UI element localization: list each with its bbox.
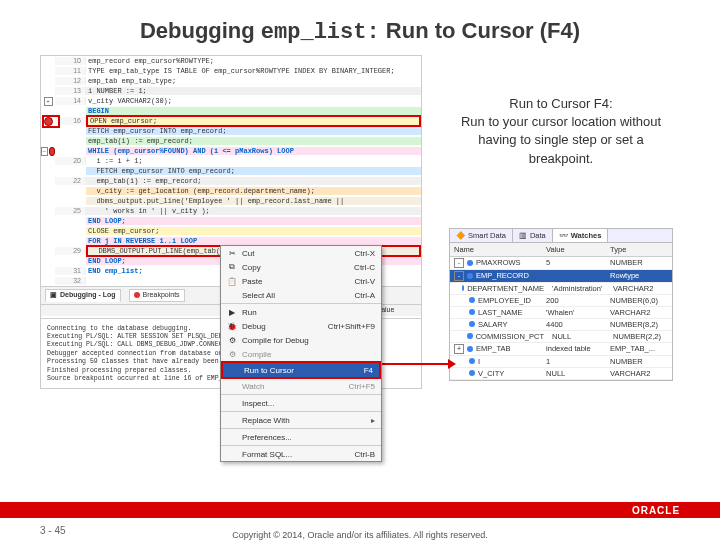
menu-item-copy[interactable]: ⧉CopyCtrl-C bbox=[221, 260, 381, 274]
code-line[interactable]: +14v_city VARCHAR2(30); bbox=[41, 96, 421, 106]
code-line[interactable]: 22 emp_tab(i) := emp_record; bbox=[41, 176, 421, 186]
slide-title: Debugging emp_list: Run to Cursor (F4) bbox=[10, 18, 710, 45]
menu-item-select-all[interactable]: Select AllCtrl-A bbox=[221, 288, 381, 302]
code-line[interactable]: 12emp_tab emp_tab_type; bbox=[41, 76, 421, 86]
variable-icon bbox=[469, 358, 475, 364]
variable-icon bbox=[467, 260, 473, 266]
variable-icon bbox=[469, 297, 475, 303]
variable-icon bbox=[467, 333, 472, 339]
code-line[interactable]: 25 ' works in ' || v_city ); bbox=[41, 206, 421, 216]
code-line[interactable]: 11TYPE emp_tab_type IS TABLE OF emp_curs… bbox=[41, 66, 421, 76]
tab-debug-log[interactable]: ▣ Debugging - Log bbox=[45, 289, 121, 302]
watch-row[interactable]: COMMISSION_PCTNULLNUMBER(2,2) bbox=[450, 331, 672, 343]
menu-item-run-to-cursor[interactable]: Run to CursorF4 bbox=[221, 361, 381, 379]
watch-row[interactable]: DEPARTMENT_NAME'Administration'VARCHAR2 bbox=[450, 283, 672, 295]
preferences--icon bbox=[227, 432, 237, 442]
watch-row[interactable]: LAST_NAME'Whalen'VARCHAR2 bbox=[450, 307, 672, 319]
compile-for-debug-icon: ⚙ bbox=[227, 335, 237, 345]
run-icon: ▶ bbox=[227, 307, 237, 317]
watch-icon bbox=[227, 381, 237, 391]
variable-icon bbox=[469, 309, 475, 315]
menu-item-watch[interactable]: WatchCtrl+F5 bbox=[221, 379, 381, 393]
tab-breakpoints[interactable]: Breakpoints bbox=[129, 289, 185, 302]
debug-icon: 🐞 bbox=[227, 321, 237, 331]
oracle-logo: ORACLE bbox=[616, 502, 696, 518]
code-line[interactable]: 10emp_record emp_cursor%ROWTYPE; bbox=[41, 56, 421, 66]
watch-row[interactable]: SALARY4400NUMBER(8,2) bbox=[450, 319, 672, 331]
code-line[interactable]: dbms_output.put_line('Employee ' || emp_… bbox=[41, 196, 421, 206]
menu-item-preferences[interactable]: Preferences... bbox=[221, 430, 381, 444]
code-line[interactable]: v_city := get_location (emp_record.depar… bbox=[41, 186, 421, 196]
copy-icon: ⧉ bbox=[227, 262, 237, 272]
code-line[interactable]: END LOOP; bbox=[41, 216, 421, 226]
menu-item-inspect[interactable]: Inspect... bbox=[221, 396, 381, 410]
variable-icon bbox=[467, 346, 473, 352]
menu-item-cut[interactable]: ✂CutCtrl-X bbox=[221, 246, 381, 260]
code-line[interactable]: CLOSE emp_cursor; bbox=[41, 226, 421, 236]
tab-data[interactable]: ▥Data bbox=[513, 229, 553, 242]
code-line[interactable]: emp_tab(i) := emp_record; bbox=[41, 136, 421, 146]
callout-arrow bbox=[382, 363, 450, 365]
replace-with-icon bbox=[227, 415, 237, 425]
menu-item-compile[interactable]: ⚙Compile bbox=[221, 347, 381, 361]
menu-item-replace-with[interactable]: Replace With▸ bbox=[221, 413, 381, 427]
compile-icon: ⚙ bbox=[227, 349, 237, 359]
select-all-icon bbox=[227, 290, 237, 300]
variable-icon bbox=[469, 321, 475, 327]
watch-row[interactable]: -PMAXROWS5NUMBER bbox=[450, 257, 672, 270]
code-line[interactable]: –WHILE (emp_cursor%FOUND) AND (i <= pMax… bbox=[41, 146, 421, 156]
expander-icon[interactable]: - bbox=[454, 258, 464, 268]
breakpoint-icon bbox=[134, 292, 140, 298]
menu-item-compile-for-debug[interactable]: ⚙Compile for Debug bbox=[221, 333, 381, 347]
tab-watches[interactable]: 👓Watches bbox=[553, 229, 609, 242]
menu-item-run[interactable]: ▶Run bbox=[221, 305, 381, 319]
watches-header: Name Value Type bbox=[450, 243, 672, 257]
variable-icon bbox=[462, 285, 464, 291]
variable-icon bbox=[467, 273, 473, 279]
code-line[interactable]: 13i NUMBER := 1; bbox=[41, 86, 421, 96]
log-icon: ▣ bbox=[50, 291, 57, 300]
cut-icon: ✂ bbox=[227, 248, 237, 258]
format-sql--icon bbox=[227, 449, 237, 459]
expander-icon[interactable]: - bbox=[454, 271, 464, 281]
footer-bar bbox=[0, 502, 720, 518]
code-line[interactable]: FETCH emp_cursor INTO emp_record; bbox=[41, 126, 421, 136]
code-line[interactable]: 20 i := i + 1; bbox=[41, 156, 421, 166]
watches-panel: 🔶Smart Data ▥Data 👓Watches Name Value Ty… bbox=[449, 228, 673, 381]
menu-item-debug[interactable]: 🐞DebugCtrl+Shift+F9 bbox=[221, 319, 381, 333]
watch-row[interactable]: I1NUMBER bbox=[450, 356, 672, 368]
expander-icon[interactable]: + bbox=[454, 344, 464, 354]
tab-smart-data[interactable]: 🔶Smart Data bbox=[450, 229, 513, 242]
inspect--icon bbox=[227, 398, 237, 408]
watch-row[interactable]: V_CITYNULLVARCHAR2 bbox=[450, 368, 672, 380]
code-line[interactable]: 16OPEN emp_cursor; bbox=[41, 116, 421, 126]
variable-icon bbox=[469, 370, 475, 376]
explanation-text: Run to Cursor F4: Run to your cursor loc… bbox=[451, 95, 671, 168]
run-to-cursor-icon bbox=[229, 365, 239, 375]
menu-item-format-sql[interactable]: Format SQL...Ctrl-B bbox=[221, 447, 381, 461]
paste-icon: 📋 bbox=[227, 276, 237, 286]
menu-item-paste[interactable]: 📋PasteCtrl-V bbox=[221, 274, 381, 288]
code-line[interactable]: FETCH emp_cursor INTO emp_record; bbox=[41, 166, 421, 176]
context-menu[interactable]: ✂CutCtrl-X⧉CopyCtrl-C📋PasteCtrl-VSelect … bbox=[220, 245, 382, 462]
watch-row[interactable]: EMPLOYEE_ID200NUMBER(6,0) bbox=[450, 295, 672, 307]
copyright-text: Copyright © 2014, Oracle and/or its affi… bbox=[0, 530, 720, 540]
watch-row[interactable]: -EMP_RECORDRowtype bbox=[450, 270, 672, 283]
watch-row[interactable]: +EMP_TABindexed tableEMP_TAB_... bbox=[450, 343, 672, 356]
